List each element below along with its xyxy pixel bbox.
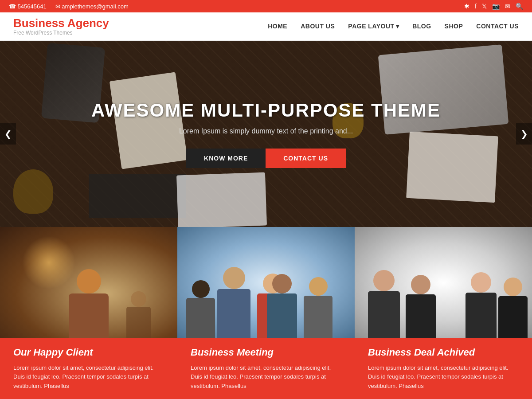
card-3: Business Deal Achived Lorem ipsum dolor … <box>355 227 532 399</box>
top-bar: ☎ 545645641 ✉ amplethemes@gmail.com ✱ f … <box>0 0 532 12</box>
card-3-body: Business Deal Achived Lorem ipsum dolor … <box>355 338 532 399</box>
header: Business Agency Free WordPress Themes HO… <box>0 12 532 41</box>
hero-section: ❮ AWESOME MULTI-PURPOSE THEME Lorem Ipsu… <box>0 41 532 227</box>
know-more-button[interactable]: KNOW MORE <box>186 149 266 168</box>
main-nav: HOME ABOUT US PAGE LAYOUT ▾ BLOG SHOP CO… <box>268 23 519 30</box>
card-2: Business Meeting Lorem ipsum dolor sit a… <box>177 227 355 399</box>
card-2-title: Business Meeting <box>191 347 341 358</box>
cards-section: Our Happy Client Lorem ipsum dolor sit a… <box>0 227 532 399</box>
top-bar-left: ☎ 545645641 ✉ amplethemes@gmail.com <box>9 3 129 10</box>
card-1-body: Our Happy Client Lorem ipsum dolor sit a… <box>0 338 177 399</box>
brand-name: Business Agency <box>13 17 109 30</box>
contact-us-button[interactable]: CONTACT US <box>266 149 346 168</box>
card-2-image <box>177 227 355 338</box>
card-1-title: Our Happy Client <box>13 347 164 358</box>
nav-shop[interactable]: SHOP <box>445 23 463 30</box>
nav-about[interactable]: ABOUT US <box>301 23 335 30</box>
card-2-text: Lorem ipsum dolor sit amet, consectetur … <box>191 364 341 391</box>
email-icon: ✉ <box>55 3 62 10</box>
social-link-icon[interactable]: ✱ <box>464 3 469 10</box>
hero-prev-arrow[interactable]: ❮ <box>0 123 16 145</box>
nav-contact[interactable]: CONTACT US <box>476 23 519 30</box>
twitter-icon[interactable]: 𝕏 <box>482 3 487 10</box>
chevron-down-icon: ▾ <box>396 23 399 30</box>
card-3-title: Business Deal Achived <box>368 347 519 358</box>
instagram-icon[interactable]: 📷 <box>492 3 500 10</box>
hero-subtitle: Lorem Ipsum is simply dummy text of the … <box>91 127 441 135</box>
coffee-cup-2-decoration <box>13 169 53 214</box>
nav-blog[interactable]: BLOG <box>412 23 431 30</box>
hero-next-arrow[interactable]: ❯ <box>516 123 532 145</box>
card-1: Our Happy Client Lorem ipsum dolor sit a… <box>0 227 177 399</box>
nav-home[interactable]: HOME <box>268 23 287 30</box>
brand-tagline: Free WordPress Themes <box>13 30 109 36</box>
facebook-icon[interactable]: f <box>475 3 477 10</box>
card-1-text: Lorem ipsum dolor sit amet, consectetur … <box>13 364 164 391</box>
hero-title: AWESOME MULTI-PURPOSE THEME <box>91 100 441 121</box>
card-3-text: Lorem ipsum dolor sit amet, consectetur … <box>368 364 519 391</box>
phone-number: 545645641 <box>18 3 47 10</box>
search-icon[interactable]: 🔍 <box>516 3 523 10</box>
hero-buttons: KNOW MORE CONTACT US <box>91 149 441 168</box>
nav-page-layout[interactable]: PAGE LAYOUT ▾ <box>348 23 399 30</box>
mail-icon[interactable]: ✉ <box>505 3 510 10</box>
brand: Business Agency Free WordPress Themes <box>13 17 109 36</box>
email-address: amplethemes@gmail.com <box>62 3 128 10</box>
hero-content: AWESOME MULTI-PURPOSE THEME Lorem Ipsum … <box>91 100 441 168</box>
card-2-body: Business Meeting Lorem ipsum dolor sit a… <box>177 338 355 399</box>
notebook-decoration <box>89 174 186 218</box>
card-3-image <box>355 227 532 338</box>
card-1-image <box>0 227 177 338</box>
email-info: ✉ amplethemes@gmail.com <box>55 3 129 10</box>
warm-light-effect <box>22 236 75 289</box>
business-paper-decoration <box>176 172 267 227</box>
phone-info: ☎ 545645641 <box>9 3 47 10</box>
phone-icon: ☎ <box>9 3 18 10</box>
top-bar-social: ✱ f 𝕏 📷 ✉ 🔍 <box>464 3 523 10</box>
